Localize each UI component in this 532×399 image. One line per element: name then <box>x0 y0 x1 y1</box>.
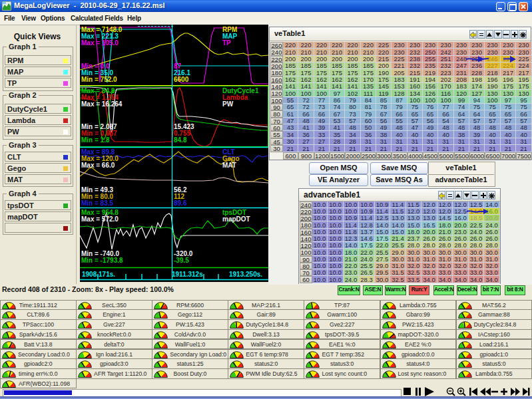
svg-text:1911.312s: 1911.312s <box>172 271 203 278</box>
svg-text:Min = 1.8: Min = 1.8 <box>81 136 110 144</box>
svg-text:1908.171s.: 1908.171s. <box>82 271 115 278</box>
svg-text:PW: PW <box>222 100 234 108</box>
svg-text:MAT: MAT <box>222 162 236 169</box>
svg-text:Min = -1793.8: Min = -1793.8 <box>81 257 123 264</box>
svg-text:1913.250s.: 1913.250s. <box>229 271 262 278</box>
svg-text:-39.5: -39.5 <box>174 257 189 264</box>
svg-text:Min = 752.0: Min = 752.0 <box>81 76 117 83</box>
svg-text:mapDOT: mapDOT <box>222 215 250 223</box>
svg-text:Max = 66.0: Max = 66.0 <box>81 162 115 169</box>
svg-text:6600: 6600 <box>174 76 189 83</box>
svg-text:Max = 572.0: Max = 572.0 <box>81 215 119 223</box>
svg-text:Min = 83.5: Min = 83.5 <box>81 200 114 207</box>
svg-text:Max = 105.0: Max = 105.0 <box>81 39 119 47</box>
svg-text:TP: TP <box>222 39 231 47</box>
svg-text:89.6: 89.6 <box>174 200 187 207</box>
svg-text:Max = 16.264: Max = 16.264 <box>81 100 123 108</box>
svg-text:84.8: 84.8 <box>174 136 187 144</box>
